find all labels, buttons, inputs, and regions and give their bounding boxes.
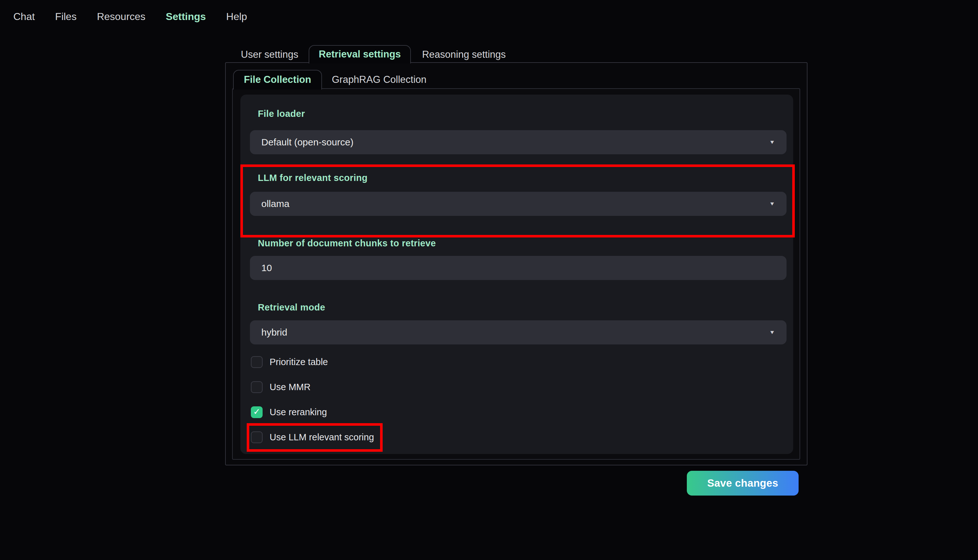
file-loader-dropdown[interactable]: Default (open-source) ▼ xyxy=(250,130,786,154)
file-loader-value: Default (open-source) xyxy=(262,137,353,148)
nav-item-files[interactable]: Files xyxy=(55,8,77,25)
chevron-down-icon: ▼ xyxy=(769,139,775,145)
use-llm-scoring-checkbox[interactable]: ✓ xyxy=(251,432,263,443)
top-nav: Chat Files Resources Settings Help xyxy=(13,8,247,25)
num-chunks-label: Number of document chunks to retrieve xyxy=(258,237,436,250)
file-loader-label: File loader xyxy=(258,107,305,120)
use-llm-scoring-row[interactable]: ✓ Use LLM relevant scoring xyxy=(251,430,374,444)
llm-scoring-dropdown[interactable]: ollama ▼ xyxy=(250,192,786,216)
prioritize-table-row[interactable]: ✓ Prioritize table xyxy=(251,355,328,369)
llm-scoring-label: LLM for relevant scoring xyxy=(258,172,368,184)
use-reranking-checkbox[interactable]: ✓ xyxy=(251,407,263,418)
tab-graphrag-collection[interactable]: GraphRAG Collection xyxy=(325,70,433,89)
tab-user-settings[interactable]: User settings xyxy=(230,46,309,63)
llm-scoring-value: ollama xyxy=(262,198,289,209)
use-mmr-row[interactable]: ✓ Use MMR xyxy=(251,380,310,394)
use-mmr-checkbox[interactable]: ✓ xyxy=(251,381,263,393)
nav-item-help[interactable]: Help xyxy=(226,8,247,25)
use-llm-scoring-label: Use LLM relevant scoring xyxy=(270,432,374,443)
nav-item-settings[interactable]: Settings xyxy=(166,8,206,25)
use-reranking-row[interactable]: ✓ Use reranking xyxy=(251,405,327,419)
tab-reasoning-settings[interactable]: Reasoning settings xyxy=(418,46,510,63)
chevron-down-icon: ▼ xyxy=(769,330,775,335)
prioritize-table-checkbox[interactable]: ✓ xyxy=(251,356,263,368)
num-chunks-input[interactable] xyxy=(250,256,786,280)
nav-item-resources[interactable]: Resources xyxy=(97,8,145,25)
tab-retrieval-settings[interactable]: Retrieval settings xyxy=(309,45,411,63)
chevron-down-icon: ▼ xyxy=(769,201,775,207)
use-mmr-label: Use MMR xyxy=(270,382,310,392)
tab-file-collection[interactable]: File Collection xyxy=(233,70,322,90)
use-reranking-label: Use reranking xyxy=(270,407,327,417)
retrieval-mode-label: Retrieval mode xyxy=(258,301,325,313)
file-collection-settings-group: File loader Default (open-source) ▼ LLM … xyxy=(240,95,793,454)
retrieval-mode-dropdown[interactable]: hybrid ▼ xyxy=(250,320,786,345)
prioritize-table-label: Prioritize table xyxy=(270,357,328,367)
nav-item-chat[interactable]: Chat xyxy=(13,8,35,25)
retrieval-mode-value: hybrid xyxy=(262,327,287,338)
check-icon: ✓ xyxy=(253,408,260,416)
save-changes-button[interactable]: Save changes xyxy=(687,471,799,495)
